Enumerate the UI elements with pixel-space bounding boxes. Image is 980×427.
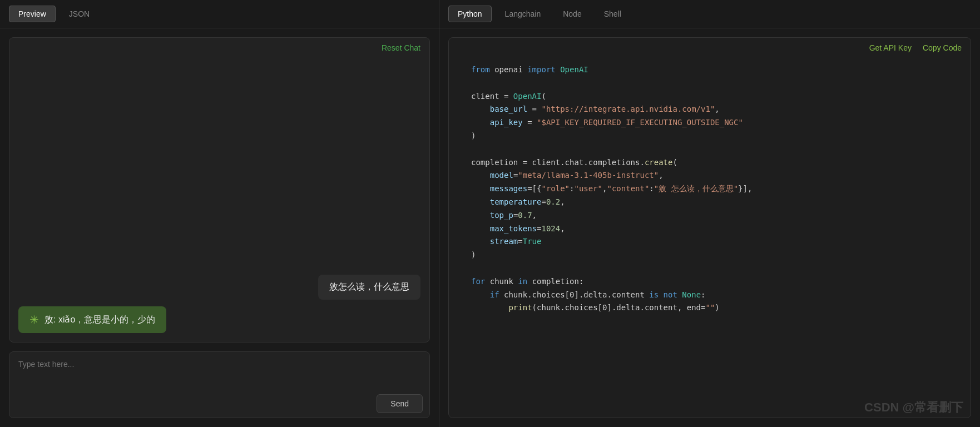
user-message: 敫怎么读，什么意思 <box>318 275 420 300</box>
tab-json[interactable]: JSON <box>60 6 98 22</box>
left-tab-bar: Preview JSON <box>0 0 439 28</box>
tab-shell[interactable]: Shell <box>595 6 630 22</box>
input-footer: Send <box>9 390 429 418</box>
input-area: Send <box>9 351 430 418</box>
tab-node[interactable]: Node <box>554 6 590 22</box>
tab-preview[interactable]: Preview <box>9 6 56 22</box>
code-block: from openai import OpenAI client = OpenA… <box>471 63 948 315</box>
chat-header: Reset Chat <box>9 38 429 58</box>
assistant-text: 敫: xiǎo，意思是小的，少的 <box>44 314 155 326</box>
assistant-icon: ✳ <box>29 313 39 326</box>
get-api-key-button[interactable]: Get API Key <box>869 43 912 52</box>
code-tab-bar: Python Langchain Node Shell <box>439 0 980 28</box>
send-button[interactable]: Send <box>377 394 423 413</box>
code-actions: Get API Key Copy Code <box>449 38 971 58</box>
left-panel: Preview JSON Reset Chat 敫怎么读，什么意思 ✳ 敫: x… <box>0 0 439 427</box>
code-block-container: Get API Key Copy Code from openai import… <box>448 37 971 418</box>
assistant-message: ✳ 敫: xiǎo，意思是小的，少的 <box>18 306 166 333</box>
chat-input[interactable] <box>9 352 429 390</box>
code-content: from openai import OpenAI client = OpenA… <box>449 58 971 418</box>
copy-code-button[interactable]: Copy Code <box>923 43 962 52</box>
chat-messages: 敫怎么读，什么意思 ✳ 敫: xiǎo，意思是小的，少的 <box>9 58 429 342</box>
right-panel: Python Langchain Node Shell Get API Key … <box>439 0 980 427</box>
reset-chat-button[interactable]: Reset Chat <box>382 43 420 52</box>
tab-python[interactable]: Python <box>448 6 492 22</box>
chat-container: Reset Chat 敫怎么读，什么意思 ✳ 敫: xiǎo，意思是小的，少的 <box>9 37 430 342</box>
tab-langchain[interactable]: Langchain <box>496 6 550 22</box>
